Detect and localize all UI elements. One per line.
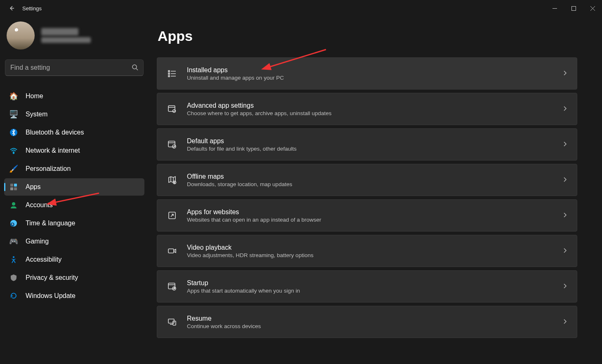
apps-icon	[9, 182, 18, 191]
nav-item-system[interactable]: 🖥️ System	[4, 106, 144, 123]
window-maximize-button[interactable]	[564, 0, 583, 17]
svg-rect-14	[168, 76, 170, 77]
nav-item-label: System	[26, 111, 47, 118]
nav-item-accessibility[interactable]: Accessibility	[4, 251, 144, 268]
nav-item-label: Apps	[26, 183, 40, 191]
content: Apps Installed apps Uninstall and manage…	[149, 17, 602, 364]
video-icon	[166, 245, 178, 257]
nav-item-label: Personalization	[26, 165, 71, 173]
search-icon	[132, 64, 138, 72]
svg-rect-21	[168, 249, 174, 253]
nav-item-label: Bluetooth & devices	[26, 129, 84, 136]
nav-item-apps[interactable]: Apps	[4, 178, 144, 196]
svg-point-11	[13, 256, 14, 258]
card-desc: Continue work across devices	[187, 323, 553, 329]
chevron-right-icon	[562, 319, 568, 326]
window-close-button[interactable]	[583, 0, 602, 17]
chevron-right-icon	[562, 177, 568, 184]
maximize-icon	[571, 6, 576, 11]
nav-item-label: Home	[26, 92, 43, 100]
card-title: Default apps	[187, 137, 553, 145]
nav-item-privacy[interactable]: Privacy & security	[4, 269, 144, 286]
svg-rect-6	[10, 187, 13, 190]
list-icon	[166, 68, 178, 79]
clock-globe-icon	[9, 219, 18, 228]
svg-point-3	[13, 153, 14, 154]
wifi-icon	[9, 146, 18, 155]
startup-icon	[166, 281, 178, 292]
card-title: Installed apps	[187, 66, 553, 74]
card-title: Startup	[187, 279, 553, 287]
nav-item-personalization[interactable]: 🖌️ Personalization	[4, 160, 144, 177]
nav-item-bluetooth[interactable]: Bluetooth & devices	[4, 124, 144, 141]
paintbrush-icon: 🖌️	[9, 164, 18, 173]
svg-rect-7	[14, 187, 17, 190]
arrow-left-icon	[8, 5, 15, 12]
nav-item-label: Windows Update	[26, 292, 76, 300]
open-link-icon	[166, 210, 178, 221]
nav-item-windows-update[interactable]: Windows Update	[4, 287, 144, 305]
accessibility-icon	[9, 255, 18, 264]
window-minimize-button[interactable]	[545, 0, 564, 17]
chevron-right-icon	[562, 141, 568, 148]
title-bar: Settings	[0, 0, 602, 17]
nav-item-network[interactable]: Network & internet	[4, 142, 144, 159]
bluetooth-icon	[9, 128, 18, 137]
card-title: Advanced app settings	[187, 102, 553, 109]
card-desc: Video adjustments, HDR streaming, batter…	[187, 252, 553, 258]
update-icon	[9, 291, 18, 300]
svg-rect-5	[14, 184, 17, 187]
window-title: Settings	[22, 5, 42, 12]
svg-point-8	[12, 202, 15, 206]
page-title: Apps	[158, 28, 577, 44]
cards-list: Installed apps Uninstall and manage apps…	[157, 57, 577, 338]
svg-rect-4	[10, 184, 13, 187]
card-advanced-app-settings[interactable]: Advanced app settings Choose where to ge…	[157, 93, 577, 125]
app-gear-icon	[166, 103, 178, 115]
chevron-right-icon	[562, 283, 568, 290]
card-desc: Apps that start automatically when you s…	[187, 288, 553, 294]
nav-item-home[interactable]: 🏠 Home	[4, 87, 144, 105]
avatar	[7, 21, 35, 50]
card-apps-for-websites[interactable]: Apps for websites Websites that can open…	[157, 199, 577, 232]
card-title: Video playback	[187, 244, 553, 251]
nav-item-label: Privacy & security	[26, 274, 78, 281]
map-download-icon	[166, 174, 178, 186]
system-icon: 🖥️	[9, 110, 18, 119]
nav-item-gaming[interactable]: 🎮 Gaming	[4, 233, 144, 250]
app-check-icon	[166, 139, 178, 150]
card-offline-maps[interactable]: Offline maps Downloads, storage location…	[157, 164, 577, 196]
minimize-icon	[552, 6, 557, 11]
profile-card[interactable]	[3, 18, 145, 53]
close-icon	[590, 6, 595, 11]
sidebar: 🏠 Home 🖥️ System Bluetooth & devices Net…	[0, 17, 149, 364]
home-icon: 🏠	[9, 92, 18, 101]
search-box[interactable]	[5, 59, 144, 76]
card-default-apps[interactable]: Default apps Defaults for file and link …	[157, 128, 577, 161]
card-desc: Downloads, storage location, map updates	[187, 181, 553, 187]
svg-rect-17	[168, 141, 175, 147]
nav-item-time-language[interactable]: Time & language	[4, 215, 144, 232]
svg-point-1	[132, 65, 137, 69]
card-title: Resume	[187, 315, 553, 322]
shield-icon	[9, 273, 18, 282]
card-video-playback[interactable]: Video playback Video adjustments, HDR st…	[157, 235, 577, 267]
back-button[interactable]	[3, 0, 20, 17]
chevron-right-icon	[562, 70, 568, 77]
card-startup[interactable]: Startup Apps that start automatically wh…	[157, 270, 577, 303]
nav-item-accounts[interactable]: Accounts	[4, 196, 144, 214]
card-desc: Uninstall and manage apps on your PC	[187, 75, 553, 81]
nav-item-label: Accounts	[26, 201, 53, 209]
card-installed-apps[interactable]: Installed apps Uninstall and manage apps…	[157, 57, 577, 90]
search-input[interactable]	[10, 64, 128, 71]
person-icon	[9, 201, 18, 210]
card-resume[interactable]: Resume Continue work across devices	[157, 306, 577, 338]
card-desc: Defaults for file and link types, other …	[187, 146, 553, 152]
svg-rect-0	[571, 6, 576, 10]
nav-item-label: Network & internet	[26, 147, 80, 154]
svg-rect-15	[168, 106, 175, 111]
card-desc: Websites that can open in an app instead…	[187, 217, 553, 223]
profile-name	[41, 28, 78, 35]
chevron-right-icon	[562, 212, 568, 219]
nav-item-label: Gaming	[26, 238, 49, 245]
